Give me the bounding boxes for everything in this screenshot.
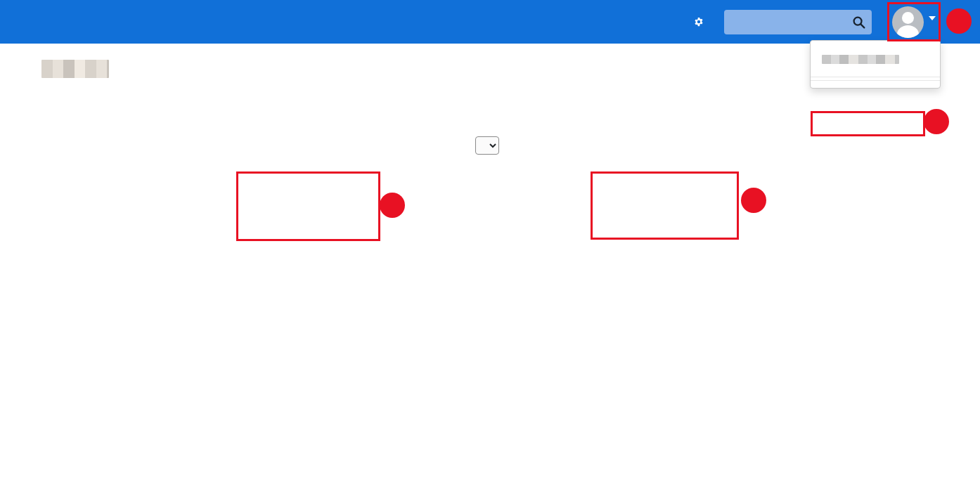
menu-divider <box>811 77 940 77</box>
manage-lists-link[interactable] <box>694 17 709 27</box>
user-menu-button[interactable] <box>887 2 941 41</box>
results-per-page-select[interactable] <box>475 136 499 155</box>
masked-username <box>41 60 109 78</box>
menu-divider <box>811 80 940 81</box>
annotation-box-diskussionsstrang <box>591 171 739 240</box>
page-title <box>27 60 941 78</box>
annotation-badge-3 <box>380 193 405 218</box>
user-dropdown-menu <box>810 40 941 89</box>
top-navbar <box>0 0 980 44</box>
dropdown-username <box>811 45 940 74</box>
annotation-box-betreff <box>236 171 380 241</box>
masked-dropdown-username <box>822 55 899 64</box>
gear-icon <box>694 17 704 27</box>
user-avatar <box>892 6 924 38</box>
list-search <box>724 10 872 34</box>
search-input[interactable] <box>724 10 898 34</box>
navbar-right <box>694 2 941 41</box>
annotation-badge-4 <box>741 188 766 213</box>
chevron-down-icon <box>929 16 936 20</box>
search-icon[interactable] <box>852 15 865 29</box>
pagination <box>27 136 941 155</box>
